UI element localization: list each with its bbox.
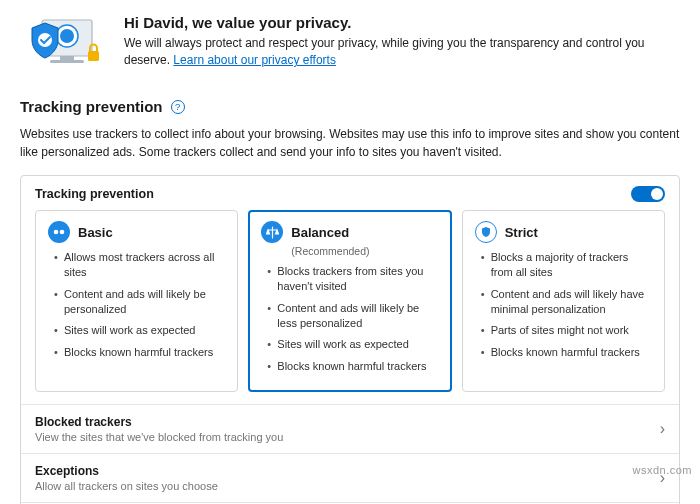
card-strict-bullet: Parts of sites might not work: [481, 323, 652, 338]
card-basic-title: Basic: [78, 225, 113, 240]
section-description: Websites use trackers to collect info ab…: [20, 125, 680, 161]
card-basic[interactable]: Basic Allows most trackers across all si…: [35, 210, 238, 392]
exceptions-row[interactable]: Exceptions Allow all trackers on sites y…: [21, 453, 679, 502]
exceptions-title: Exceptions: [35, 464, 218, 478]
hero-title: Hi David, we value your privacy.: [124, 14, 680, 31]
chevron-right-icon: ›: [660, 420, 665, 438]
section-header: Tracking prevention ?: [20, 98, 680, 115]
card-balanced-bullet: Content and ads will likely be less pers…: [267, 301, 438, 331]
privacy-hero: Hi David, we value your privacy. We will…: [20, 14, 680, 76]
learn-privacy-link[interactable]: Learn about our privacy efforts: [173, 53, 336, 67]
card-strict[interactable]: Strict Blocks a majority of trackers fro…: [462, 210, 665, 392]
hero-text: Hi David, we value your privacy. We will…: [124, 14, 680, 70]
hero-description: We will always protect and respect your …: [124, 35, 680, 70]
privacy-shield-illustration: [20, 14, 106, 76]
card-strict-title: Strict: [505, 225, 538, 240]
basic-icon: [48, 221, 70, 243]
card-balanced-bullet: Blocks trackers from sites you haven't v…: [267, 264, 438, 294]
card-basic-bullet: Sites will work as expected: [54, 323, 225, 338]
balanced-icon: [261, 221, 283, 243]
blocked-trackers-row[interactable]: Blocked trackers View the sites that we'…: [21, 404, 679, 453]
card-balanced-bullet: Sites will work as expected: [267, 337, 438, 352]
svg-point-6: [54, 230, 59, 235]
svg-rect-2: [50, 60, 84, 63]
watermark: wsxdn.com: [632, 464, 692, 476]
card-strict-bullet: Content and ads will likely have minimal…: [481, 287, 652, 317]
card-balanced-bullet: Blocks known harmful trackers: [267, 359, 438, 374]
blocked-trackers-title: Blocked trackers: [35, 415, 283, 429]
card-balanced-title: Balanced: [291, 225, 349, 240]
exceptions-sub: Allow all trackers on sites you choose: [35, 480, 218, 492]
panel-header: Tracking prevention: [21, 176, 679, 210]
svg-rect-1: [60, 56, 74, 60]
tracking-prevention-panel: Tracking prevention Basic Allows most tr…: [20, 175, 680, 504]
card-basic-bullet: Allows most trackers across all sites: [54, 250, 225, 280]
strict-icon: [475, 221, 497, 243]
card-strict-bullet: Blocks known harmful trackers: [481, 345, 652, 360]
card-basic-bullet: Blocks known harmful trackers: [54, 345, 225, 360]
card-balanced[interactable]: Balanced (Recommended) Blocks trackers f…: [248, 210, 451, 392]
tracking-level-cards: Basic Allows most trackers across all si…: [21, 210, 679, 404]
help-icon[interactable]: ?: [171, 100, 185, 114]
svg-rect-5: [88, 51, 99, 61]
svg-point-7: [60, 230, 65, 235]
card-balanced-sub: (Recommended): [291, 245, 438, 257]
card-basic-bullet: Content and ads will likely be personali…: [54, 287, 225, 317]
section-title: Tracking prevention: [20, 98, 163, 115]
panel-heading: Tracking prevention: [35, 187, 154, 201]
blocked-trackers-sub: View the sites that we've blocked from t…: [35, 431, 283, 443]
card-strict-bullet: Blocks a majority of trackers from all s…: [481, 250, 652, 280]
tracking-prevention-toggle[interactable]: [631, 186, 665, 202]
